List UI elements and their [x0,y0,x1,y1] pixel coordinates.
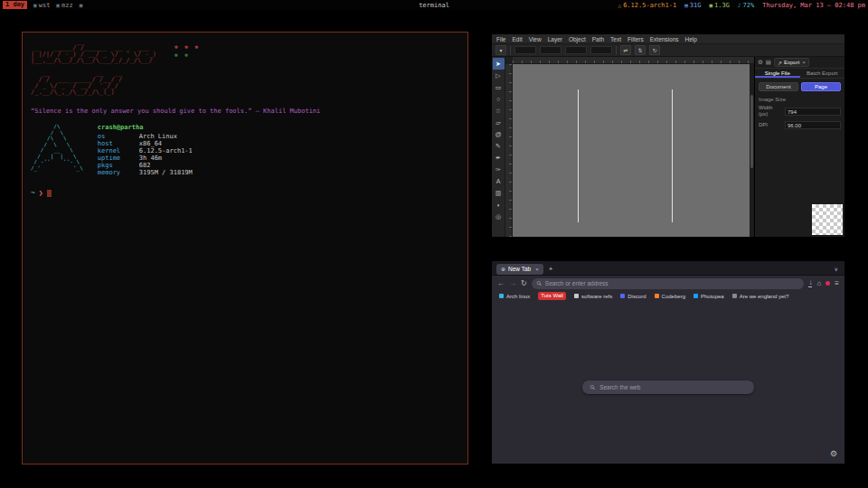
web-search-input[interactable]: ⚲ Search the web [582,380,754,394]
width-field[interactable] [565,46,587,54]
prompt-char: ❯ [39,189,43,197]
zoom-tool-icon[interactable]: ◎ [493,211,505,222]
node-tool-icon[interactable]: ▷ [493,70,505,81]
globe-icon: ⊕ [501,266,505,272]
menu-extensions[interactable]: Extensions [650,36,679,42]
url-bar[interactable]: ⚲ Search or enter address [532,278,805,289]
fetch-label: kernel [98,147,139,155]
page-edge-left [578,89,579,222]
spiral-tool-icon[interactable]: @ [493,128,505,140]
bookmark-are-we-england-yet[interactable]: Are we england yet? [732,294,789,299]
menu-filters[interactable]: Filters [627,36,644,42]
browser-window: ⊕ New Tab × + ∨ ← → ↻ ⚲ Search or enter … [491,260,845,465]
terminal-window[interactable]: __ _ _____/ /______ __ _ ___ | |/|/ / -_… [22,32,468,465]
fetch-row: kernel 6.12.5-arch1-1 [98,147,193,155]
menu-edit[interactable]: Edit [512,36,522,42]
statusbar-module-wst[interactable]: ▣ wst [33,2,50,9]
window-icon[interactable]: ▣ [80,2,83,8]
canvas-vertical-scrollbar[interactable] [750,64,754,237]
box-tool-icon[interactable]: ▱ [493,117,505,128]
vertical-ruler[interactable] [505,64,513,237]
tab-batch-export[interactable]: Batch Export [800,69,845,78]
gradient-tool-icon[interactable]: ▥ [493,187,505,199]
horizontal-ruler[interactable] [513,57,754,64]
export-page-button[interactable]: Page [801,82,841,91]
bookmark-label: Photopea [701,294,724,299]
bookmark-discord[interactable]: Discord [620,294,646,299]
tool-controls-bar: ▾ ⇄ ⇅ ↻ [492,43,844,57]
disk-value: 31G [690,2,702,9]
export-dialog-tab[interactable]: ↗ Export × [774,58,809,67]
dpi-input[interactable]: 96.00 [785,121,841,129]
volume-stat[interactable]: ♪ 72% [738,2,754,9]
selector-tool-icon[interactable]: ➤ [493,58,505,70]
bookmark-label: Tuts Wall [541,292,563,300]
star-tool-icon[interactable]: ☆ [493,105,505,117]
pen-tool-icon[interactable]: ✒ [493,152,505,164]
arch-icon: △ [618,2,622,8]
menu-layer[interactable]: Layer [548,36,562,42]
selector-dropdown-icon[interactable]: ▾ [495,45,506,55]
list-tabs-icon[interactable]: ∨ [835,266,840,272]
inkscape-menubar: File Edit View Layer Object Path Text Fi… [492,34,844,43]
new-tab-button[interactable]: + [547,265,555,273]
bookmark-arch-linux[interactable]: Arch linux [499,294,530,299]
height-field[interactable] [590,46,612,54]
image-size-section-label: Image Size [755,93,844,103]
menu-object[interactable]: Object [569,36,586,42]
forward-icon[interactable]: → [509,280,516,287]
canvas-area [505,57,754,237]
bookmark-codeberg[interactable]: Codeberg [655,294,685,299]
downloads-icon[interactable]: ↓ [808,279,812,287]
bookmark-label: Codeberg [662,294,685,299]
fetch-label: uptime [98,155,139,162]
extension-status-icon[interactable] [826,281,830,286]
volume-value: 72% [743,2,755,9]
drawing-canvas[interactable] [513,64,750,237]
rectangle-tool-icon[interactable]: ▭ [493,81,505,93]
pencil-tool-icon[interactable]: ✎ [493,140,505,152]
banner-decoration-green: ✻ ✻ [175,52,190,58]
back-icon[interactable]: ← [497,280,505,287]
tab-single-file[interactable]: Single File [755,69,800,78]
reload-icon[interactable]: ↻ [521,280,527,287]
ellipse-tool-icon[interactable]: ○ [493,93,505,105]
export-document-button[interactable]: Document [759,82,798,91]
menu-help[interactable]: Help [685,36,697,42]
bookmark-photopea[interactable]: Photopea [693,294,724,299]
page-settings-gear-icon[interactable]: ⚙ [830,449,837,458]
menu-view[interactable]: View [529,36,542,42]
calligraphy-tool-icon[interactable]: ✑ [493,164,505,175]
y-coordinate-field[interactable] [540,46,561,54]
workspace-badge[interactable]: 1 dey [3,1,27,9]
layers-dialog-icon[interactable]: ▤ [766,59,771,66]
menu-file[interactable]: File [496,36,505,42]
x-coordinate-field[interactable] [514,46,536,54]
module-label: mzz [61,2,73,9]
width-input[interactable]: 794 [785,108,841,116]
menu-text[interactable]: Text [610,36,621,42]
search-icon: ⚲ [589,383,597,391]
shell-prompt[interactable]: ~ ❯ [31,189,459,197]
bookmark-tuts-wall[interactable]: Tuts Wall [538,292,566,300]
rotate-icon[interactable]: ↻ [649,45,660,55]
settings-dialog-icon[interactable]: ⚙ [758,59,763,66]
statusbar-module-mzz[interactable]: ▣ mzz [56,2,72,9]
fetch-label: pkgs [98,162,139,169]
fetch-row: memory 3195M / 31819M [98,169,193,176]
bookmark-software-refs[interactable]: software refs [574,294,612,299]
menu-path[interactable]: Path [592,36,604,42]
text-tool-icon[interactable]: A [493,175,505,187]
flip-vertical-icon[interactable]: ⇅ [635,45,646,55]
dropper-tool-icon[interactable]: ◗ [493,199,505,211]
home-icon[interactable]: ⌂ [816,280,821,287]
menu-icon[interactable]: ≡ [835,280,839,287]
fetch-value: x86_64 [139,140,162,147]
bookmark-favicon [693,294,698,298]
close-icon[interactable]: × [802,60,806,65]
inkscape-toolbox: ➤ ▷ ▭ ○ ☆ ▱ @ ✎ ✒ ✑ A ▥ ◗ ◎ [492,57,505,237]
close-tab-icon[interactable]: × [535,267,539,272]
panel-spacer [755,131,844,237]
active-tab[interactable]: ⊕ New Tab × [496,264,543,275]
flip-horizontal-icon[interactable]: ⇄ [620,45,631,55]
